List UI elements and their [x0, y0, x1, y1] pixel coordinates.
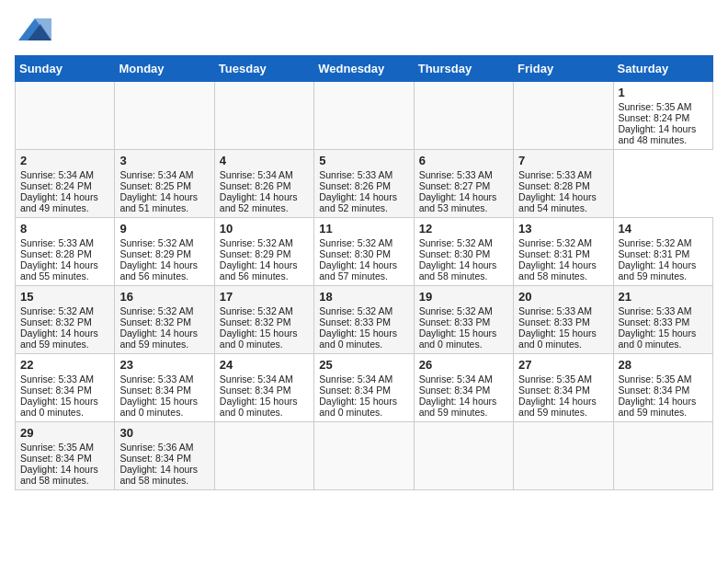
daylight-hours: Daylight: 14 hours and 58 minutes.	[20, 464, 109, 486]
calendar-cell	[16, 82, 115, 150]
calendar-cell	[514, 82, 613, 150]
sunset: Sunset: 8:34 PM	[20, 385, 109, 396]
daylight-hours: Daylight: 15 hours and 0 minutes.	[419, 327, 508, 350]
calendar-cell: 7Sunrise: 5:33 AMSunset: 8:28 PMDaylight…	[514, 150, 613, 218]
sunset: Sunset: 8:30 PM	[419, 248, 508, 259]
page-header	[15, 15, 713, 48]
calendar-cell: 27Sunrise: 5:35 AMSunset: 8:34 PMDayligh…	[514, 354, 613, 422]
calendar-cell	[115, 82, 214, 150]
calendar-cell: 4Sunrise: 5:34 AMSunset: 8:26 PMDaylight…	[214, 150, 313, 218]
calendar-cell: 28Sunrise: 5:35 AMSunset: 8:34 PMDayligh…	[613, 354, 712, 422]
day-number: 27	[518, 358, 608, 372]
sunset: Sunset: 8:25 PM	[119, 180, 209, 191]
sunrise: Sunrise: 5:33 AM	[319, 169, 408, 180]
day-number: 24	[220, 358, 309, 372]
day-number: 19	[419, 290, 508, 304]
calendar-cell: 10Sunrise: 5:32 AMSunset: 8:29 PMDayligh…	[214, 218, 313, 286]
sunrise: Sunrise: 5:33 AM	[518, 305, 608, 316]
day-number: 16	[119, 290, 209, 304]
column-header-sunday: Sunday	[16, 56, 115, 82]
sunset: Sunset: 8:33 PM	[619, 316, 708, 327]
sunset: Sunset: 8:34 PM	[619, 385, 708, 396]
calendar-cell: 3Sunrise: 5:34 AMSunset: 8:25 PMDaylight…	[115, 150, 214, 218]
calendar-cell: 23Sunrise: 5:33 AMSunset: 8:34 PMDayligh…	[115, 354, 214, 422]
sunrise: Sunrise: 5:34 AM	[119, 169, 209, 180]
calendar-cell: 13Sunrise: 5:32 AMSunset: 8:31 PMDayligh…	[514, 218, 613, 286]
calendar-cell: 2Sunrise: 5:34 AMSunset: 8:24 PMDaylight…	[16, 150, 115, 218]
day-number: 14	[619, 222, 708, 236]
sunrise: Sunrise: 5:32 AM	[419, 305, 508, 316]
sunset: Sunset: 8:34 PM	[220, 385, 309, 396]
day-number: 9	[119, 222, 209, 236]
calendar-cell: 5Sunrise: 5:33 AMSunset: 8:26 PMDaylight…	[314, 150, 414, 218]
calendar-cell: 14Sunrise: 5:32 AMSunset: 8:31 PMDayligh…	[613, 218, 712, 286]
column-header-wednesday: Wednesday	[314, 56, 414, 82]
calendar-week-6: 29Sunrise: 5:35 AMSunset: 8:34 PMDayligh…	[16, 422, 713, 490]
sunrise: Sunrise: 5:32 AM	[20, 305, 109, 316]
sunset: Sunset: 8:26 PM	[220, 180, 309, 191]
daylight-hours: Daylight: 14 hours and 59 minutes.	[619, 396, 708, 418]
calendar-week-4: 15Sunrise: 5:32 AMSunset: 8:32 PMDayligh…	[16, 286, 713, 354]
daylight-hours: Daylight: 14 hours and 54 minutes.	[518, 191, 608, 213]
day-number: 17	[220, 290, 309, 304]
sunrise: Sunrise: 5:32 AM	[518, 237, 608, 248]
calendar-cell: 16Sunrise: 5:32 AMSunset: 8:32 PMDayligh…	[115, 286, 214, 354]
daylight-hours: Daylight: 14 hours and 59 minutes.	[619, 259, 708, 282]
sunrise: Sunrise: 5:36 AM	[119, 442, 209, 453]
day-number: 10	[220, 222, 309, 236]
sunset: Sunset: 8:32 PM	[220, 316, 309, 327]
day-number: 28	[619, 358, 708, 372]
day-number: 2	[20, 154, 109, 167]
calendar-cell: 9Sunrise: 5:32 AMSunset: 8:29 PMDaylight…	[115, 218, 214, 286]
sunrise: Sunrise: 5:35 AM	[20, 442, 109, 453]
sunset: Sunset: 8:34 PM	[518, 385, 608, 396]
sunset: Sunset: 8:34 PM	[20, 453, 109, 464]
sunset: Sunset: 8:31 PM	[619, 248, 708, 259]
calendar-cell: 20Sunrise: 5:33 AMSunset: 8:33 PMDayligh…	[514, 286, 613, 354]
sunset: Sunset: 8:29 PM	[220, 248, 309, 259]
calendar-cell: 26Sunrise: 5:34 AMSunset: 8:34 PMDayligh…	[414, 354, 513, 422]
daylight-hours: Daylight: 14 hours and 57 minutes.	[319, 259, 408, 282]
sunrise: Sunrise: 5:33 AM	[20, 237, 109, 248]
day-number: 26	[419, 358, 508, 372]
sunrise: Sunrise: 5:34 AM	[220, 169, 309, 180]
daylight-hours: Daylight: 15 hours and 0 minutes.	[319, 396, 408, 418]
sunset: Sunset: 8:27 PM	[419, 180, 508, 191]
sunset: Sunset: 8:28 PM	[518, 180, 608, 191]
calendar-cell	[214, 422, 313, 490]
daylight-hours: Daylight: 14 hours and 53 minutes.	[419, 191, 508, 213]
sunrise: Sunrise: 5:33 AM	[518, 169, 608, 180]
calendar-cell: 24Sunrise: 5:34 AMSunset: 8:34 PMDayligh…	[214, 354, 313, 422]
daylight-hours: Daylight: 14 hours and 56 minutes.	[119, 259, 209, 282]
calendar-cell: 1Sunrise: 5:35 AMSunset: 8:24 PMDaylight…	[613, 82, 712, 150]
calendar-cell	[414, 82, 513, 150]
sunset: Sunset: 8:24 PM	[619, 112, 708, 123]
daylight-hours: Daylight: 15 hours and 0 minutes.	[319, 327, 408, 350]
sunrise: Sunrise: 5:32 AM	[419, 237, 508, 248]
daylight-hours: Daylight: 14 hours and 58 minutes.	[419, 259, 508, 282]
daylight-hours: Daylight: 14 hours and 51 minutes.	[119, 191, 209, 213]
column-header-friday: Friday	[514, 56, 613, 82]
calendar-cell: 18Sunrise: 5:32 AMSunset: 8:33 PMDayligh…	[314, 286, 414, 354]
daylight-hours: Daylight: 14 hours and 48 minutes.	[619, 123, 708, 145]
day-number: 23	[119, 358, 209, 372]
day-number: 22	[20, 358, 109, 372]
sunset: Sunset: 8:26 PM	[319, 180, 408, 191]
calendar-cell: 29Sunrise: 5:35 AMSunset: 8:34 PMDayligh…	[16, 422, 115, 490]
column-header-thursday: Thursday	[414, 56, 513, 82]
calendar-week-3: 8Sunrise: 5:33 AMSunset: 8:28 PMDaylight…	[16, 218, 713, 286]
sunset: Sunset: 8:33 PM	[518, 316, 608, 327]
sunrise: Sunrise: 5:32 AM	[220, 237, 309, 248]
sunset: Sunset: 8:34 PM	[419, 385, 508, 396]
sunrise: Sunrise: 5:32 AM	[319, 237, 408, 248]
sunset: Sunset: 8:24 PM	[20, 180, 109, 191]
sunrise: Sunrise: 5:34 AM	[220, 373, 309, 385]
sunset: Sunset: 8:33 PM	[419, 316, 508, 327]
calendar-cell	[514, 422, 613, 490]
sunset: Sunset: 8:34 PM	[319, 385, 408, 396]
daylight-hours: Daylight: 15 hours and 0 minutes.	[619, 327, 708, 350]
calendar-cell	[613, 422, 712, 490]
day-number: 3	[119, 154, 209, 167]
day-number: 29	[20, 426, 109, 440]
calendar-cell: 12Sunrise: 5:32 AMSunset: 8:30 PMDayligh…	[414, 218, 513, 286]
